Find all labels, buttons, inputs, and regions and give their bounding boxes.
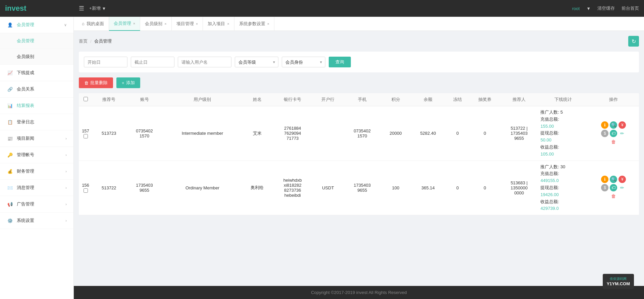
row2-bank-card: heiwhdxbxi8182828273736hebeibdi (273, 161, 313, 215)
data-table-container: 推荐号 账号 用户级别 姓名 银行卡号 开户行 手机 积分 余额 冻结 抽奖券 … (79, 93, 639, 215)
refresh-button[interactable]: ↻ (628, 36, 639, 47)
new-button[interactable]: +新增 ▼ (89, 5, 106, 11)
person-icon: 👤 (7, 21, 13, 28)
username-input[interactable] (178, 57, 231, 67)
th-bank: 开户行 (313, 93, 343, 106)
action-bar: 🗑 批量删除 + 添加 (79, 77, 639, 88)
row2-checkbox[interactable] (84, 188, 88, 193)
add-button[interactable]: + 添加 (116, 77, 140, 88)
frontend-home-button[interactable]: 前台首页 (622, 5, 639, 11)
sidebar-label-member-level: 会员级别 (17, 54, 67, 60)
tab-close-join-project[interactable]: × (227, 22, 229, 26)
ad-icon: 📢 (7, 201, 13, 207)
sidebar-label-project-news: 项目新闻 (17, 135, 65, 141)
row1-checkbox[interactable] (84, 134, 88, 138)
sidebar-item-offline-raise[interactable]: 📈 下线提成 (0, 65, 73, 81)
chevron-right-icon-3: › (65, 169, 67, 173)
clear-cache-button[interactable]: 清空缓存 (597, 5, 615, 11)
tab-project-mgmt[interactable]: 项目管理 × (172, 17, 203, 31)
select-all-checkbox[interactable] (84, 97, 88, 101)
row1-op-delete[interactable]: 🗑 (610, 138, 617, 145)
tabs-bar: ⌂ 我的桌面 会员管理 × 会员级别 × 项目管理 × 加入项目 × 系统参数设… (74, 17, 644, 31)
th-name: 姓名 (242, 93, 273, 106)
tab-system-params[interactable]: 系统参数设置 × (234, 17, 274, 31)
row1-lottery: 0 (469, 106, 500, 161)
breadcrumb-current: 会员管理 (94, 38, 112, 44)
sidebar-label-offline-raise: 下线提成 (17, 70, 67, 76)
chevron-down-icon: ∨ (64, 23, 67, 27)
log-icon: 📋 (7, 119, 13, 125)
plus-icon: + (122, 80, 124, 85)
sidebar-label-admin-account: 管理帐号 (17, 152, 65, 158)
sidebar-label-system: 系统设置 (17, 218, 65, 224)
sidebar-item-member-list[interactable]: 会员管理 (0, 33, 73, 49)
level-select[interactable]: 会员等级 (235, 57, 278, 67)
sidebar-item-project-news[interactable]: 📰 项目新闻 › (0, 130, 73, 147)
role-select[interactable]: 会员身份 (282, 57, 325, 67)
row2-level: Ordinary Member (163, 161, 241, 215)
menu-toggle-button[interactable]: ☰ (79, 5, 84, 12)
row2-phone: 17354039655 (343, 161, 381, 215)
trash-icon: 🗑 (84, 80, 89, 85)
row1-op-money[interactable]: ¥ (619, 121, 626, 129)
row2-op-delete[interactable]: 🗑 (610, 192, 617, 200)
tab-member-mgmt[interactable]: 会员管理 × (109, 17, 140, 31)
row1-name: 艾米 (242, 106, 273, 161)
row2-op-money[interactable]: ¥ (619, 176, 626, 183)
row2-lottery: 0 (469, 161, 500, 215)
sidebar-label-member-list: 会员管理 (17, 38, 67, 44)
sidebar-item-member-relation[interactable]: 🔗 会员关系 (0, 81, 73, 98)
th-stats: 下线统计 (538, 93, 588, 106)
row2-op-edit[interactable]: ✏ (619, 184, 626, 191)
footer: Copyright ©2017-2019 invest All Rights R… (74, 286, 644, 299)
news-icon: 📰 (7, 135, 13, 142)
tab-home[interactable]: ⌂ 我的桌面 (77, 17, 109, 31)
row2-op-search[interactable]: 🔍 (610, 176, 617, 183)
row2-id: 156 (79, 161, 92, 215)
sidebar-item-system[interactable]: ⚙️ 系统设置 › (0, 213, 73, 229)
row1-account: 07354021570 (126, 106, 163, 161)
tab-close-project-mgmt[interactable]: × (196, 22, 198, 26)
row1-op-coin[interactable]: $ (601, 130, 608, 137)
row1-op-search[interactable]: 🔍 (610, 121, 617, 129)
sidebar-item-admin-account[interactable]: 🔑 管理帐号 › (0, 147, 73, 163)
end-date-input[interactable] (131, 57, 174, 67)
sidebar-item-report[interactable]: 📊 结算报表 (0, 98, 73, 114)
sidebar-label-member-relation: 会员关系 (17, 86, 67, 92)
tab-close-system-params[interactable]: × (267, 22, 269, 26)
data-table: 推荐号 账号 用户级别 姓名 银行卡号 开户行 手机 积分 余额 冻结 抽奖券 … (79, 93, 639, 215)
search-button[interactable]: 查询 (329, 57, 351, 67)
row2-op-tag[interactable]: 🏷 (610, 184, 617, 191)
start-date-input[interactable] (84, 57, 127, 67)
tab-member-level[interactable]: 会员级别 × (140, 17, 171, 31)
th-balance: 余额 (410, 93, 446, 106)
sidebar-item-member-mgmt[interactable]: 👤 会员管理 ∨ (0, 17, 73, 33)
row2-bank: USDT (313, 161, 343, 215)
breadcrumb-home[interactable]: 首页 (79, 38, 88, 44)
row1-ops: ℹ 🔍 ¥ $ 🏷 ✏ (588, 106, 639, 161)
row2-op-info[interactable]: ℹ (601, 176, 608, 183)
chart-icon: 📈 (7, 69, 13, 76)
tab-join-project[interactable]: 加入项目 × (203, 17, 234, 31)
row1-op-edit[interactable]: ✏ (619, 130, 626, 137)
row1-op-tag[interactable]: 🏷 (610, 130, 617, 137)
report-icon: 📊 (7, 102, 13, 109)
batch-delete-button[interactable]: 🗑 批量删除 (79, 77, 113, 88)
row2-op-coin[interactable]: $ (601, 184, 608, 191)
sidebar-item-login-log[interactable]: 📋 登录日志 (0, 114, 73, 130)
tab-close-member-mgmt[interactable]: × (133, 21, 135, 25)
tab-close-member-level[interactable]: × (164, 22, 166, 26)
sidebar-item-finance[interactable]: 💰 财务管理 › (0, 163, 73, 180)
sidebar-item-member-level[interactable]: 会员级别 (0, 49, 73, 65)
row1-op-info[interactable]: ℹ (601, 121, 608, 129)
th-referrer: 推荐人 (500, 93, 538, 106)
sidebar-item-ad[interactable]: 📢 广告管理 › (0, 196, 73, 213)
user-label[interactable]: root (572, 6, 580, 11)
sidebar-item-message[interactable]: ✉️ 消息管理 › (0, 180, 73, 196)
row1-ref-no: 513723 (92, 106, 126, 161)
sidebar: 👤 会员管理 ∨ 会员管理 会员级别 📈 下线提成 🔗 会员关系 📊 结算报表 … (0, 17, 74, 299)
sidebar-label-login-log: 登录日志 (17, 119, 67, 125)
row2-referrer: 513683 |13500000000 (500, 161, 538, 215)
th-checkbox (79, 93, 92, 106)
chevron-right-icon-6: › (65, 219, 67, 223)
